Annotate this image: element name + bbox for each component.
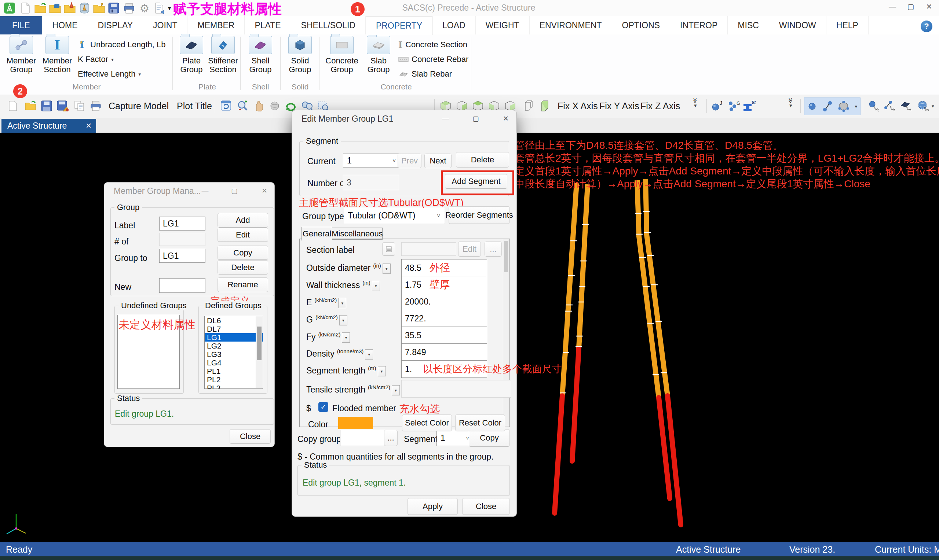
plate-group-button[interactable]: Plate Group <box>176 36 207 83</box>
save-as-button[interactable] <box>55 98 71 114</box>
ribbon-tab[interactable]: DISPLAY <box>88 16 143 34</box>
defined-group-item[interactable]: LG2 <box>205 342 263 350</box>
view-solid-button[interactable] <box>537 98 552 114</box>
new-field[interactable] <box>159 278 205 293</box>
manager-close-icon[interactable]: ✕ <box>258 185 271 196</box>
defined-group-item[interactable]: LG3 <box>205 350 263 358</box>
ribbon-tab[interactable]: ENVIRONMENT <box>530 16 612 34</box>
ribbon-tab[interactable]: FILE <box>0 16 43 34</box>
flooded-member-checkbox[interactable]: ✓ <box>318 402 328 412</box>
undefined-groups-list[interactable]: 未定义材料属性 <box>117 315 180 389</box>
tab-close-icon[interactable]: ✕ <box>85 121 92 130</box>
section-label-toggle-button[interactable]: S1 <box>742 98 757 114</box>
group-label-toggle-button[interactable]: G <box>726 98 742 114</box>
effective-length-button[interactable]: Effective Length▾ <box>78 68 141 80</box>
reset-color-button[interactable]: Reset Color <box>455 414 505 431</box>
ribbon-tab[interactable]: INTEROP <box>670 16 728 34</box>
unbraced-length-button[interactable]: I Unbraced Length, Lb <box>78 39 166 51</box>
add-segment-button[interactable]: Add Segment <box>445 174 507 189</box>
ribbon-tab[interactable]: LOAD <box>432 16 476 34</box>
open-button[interactable] <box>23 98 38 114</box>
delete-segment-button[interactable]: Delete <box>456 152 509 168</box>
concrete-rebar-button[interactable]: Concrete Rebar <box>398 54 469 65</box>
editor-close-button[interactable]: Close <box>462 498 510 515</box>
orbit-button[interactable] <box>267 98 282 114</box>
pick-joint-button[interactable] <box>866 98 881 114</box>
fix-z-axis-button[interactable]: Fix Z Axis <box>640 98 680 114</box>
color-swatch[interactable] <box>338 417 373 429</box>
defined-group-item[interactable]: DL7 <box>205 325 263 333</box>
ribbon-tab[interactable]: JOINT <box>143 16 187 34</box>
segment-length-field[interactable]: 1. 以长度区分标红处多个截面尺寸 <box>401 360 487 378</box>
copy-group-field[interactable] <box>340 430 389 446</box>
ribbon-tab[interactable]: OPTIONS <box>612 16 671 34</box>
density-field[interactable]: 7.849 <box>401 343 487 361</box>
ribbon-tab[interactable]: HELP <box>826 16 868 34</box>
open-file-icon[interactable] <box>34 2 47 15</box>
open-model-icon[interactable] <box>48 2 62 15</box>
selection-mode-dropdown-icon[interactable]: ▾ <box>855 104 857 109</box>
new-model-button[interactable] <box>5 98 20 114</box>
rename-button[interactable]: Rename <box>217 277 268 292</box>
section-edit-button[interactable]: Edit <box>458 242 481 257</box>
edit-close-icon[interactable]: ✕ <box>500 113 512 123</box>
reorder-segments-button[interactable]: Reorder Segments <box>449 206 510 224</box>
k-factor-button[interactable]: K Factor▾ <box>78 54 114 65</box>
section-label-field[interactable] <box>401 242 456 256</box>
member-group-button[interactable]: Member Group <box>4 36 39 83</box>
joint-label-toggle-button[interactable]: J <box>710 98 726 114</box>
ribbon-tab[interactable]: WINDOW <box>769 16 826 34</box>
export-report-icon[interactable] <box>153 2 166 15</box>
save-icon[interactable] <box>107 2 120 15</box>
label-field[interactable]: LG1 <box>159 217 205 231</box>
ribbon-tab[interactable]: WEIGHT <box>476 16 530 34</box>
new-file-icon[interactable] <box>19 2 32 15</box>
wt-unit-dropdown-icon[interactable]: ▾ <box>372 281 380 291</box>
pick-dropdown-icon[interactable]: ▾ <box>932 98 934 114</box>
labels-overflow-icon[interactable]: ≫▾ <box>788 98 794 114</box>
stiffener-section-button[interactable]: Stiffener Section <box>208 36 238 83</box>
ribbon-tab[interactable]: HOME <box>43 16 88 34</box>
plot-title-button[interactable]: Plot Title <box>177 98 212 114</box>
ribbon-tab[interactable]: PROPERTY <box>366 16 432 35</box>
apply-button[interactable]: Apply <box>407 498 458 515</box>
delete-group-button[interactable]: Delete <box>217 260 268 274</box>
zoom-in-button[interactable] <box>235 98 250 114</box>
concrete-group-button[interactable]: Concrete Group <box>323 36 361 83</box>
ribbon-tab[interactable]: MEMBER <box>187 16 245 34</box>
section-more-button[interactable]: ... <box>484 242 502 257</box>
add-button[interactable]: Add <box>217 213 268 228</box>
window-minimize-icon[interactable]: — <box>885 1 900 12</box>
next-button[interactable]: Next <box>424 154 452 168</box>
member-section-button[interactable]: I Member Section <box>40 36 75 83</box>
defined-group-item[interactable]: LG4 <box>205 358 263 367</box>
save-button[interactable] <box>39 98 54 114</box>
g-field[interactable]: 7722. <box>401 310 487 327</box>
edit-maximize-icon[interactable]: ▢ <box>470 113 482 123</box>
help-icon[interactable]: ? <box>920 20 933 32</box>
window-close-icon[interactable]: ✕ <box>921 1 937 12</box>
od-unit-dropdown-icon[interactable]: ▾ <box>382 263 391 274</box>
capture-model-button[interactable]: Capture Model <box>109 98 169 114</box>
pan-button[interactable] <box>251 98 266 114</box>
defined-groups-list[interactable]: DL6DL7LG1LG2LG3LG4PL1PL2PL3 <box>204 316 263 389</box>
defined-group-item[interactable]: LG1 <box>205 333 263 342</box>
copy-segment-combo[interactable]: 1 ˅ <box>436 430 473 446</box>
redraw-button[interactable] <box>219 98 234 114</box>
tensile-unit-dropdown-icon[interactable]: ▾ <box>392 385 400 395</box>
defined-group-item[interactable]: PL1 <box>205 367 263 375</box>
wt-field[interactable]: 1.75 壁厚 <box>401 276 487 294</box>
pick-any-button[interactable] <box>916 98 931 114</box>
import-folder-icon[interactable] <box>93 2 106 15</box>
group-type-combo[interactable]: Tubular (OD&WT) ˅ <box>344 208 444 223</box>
slab-group-button[interactable]: Slab Group <box>362 36 395 83</box>
copy-button[interactable] <box>72 98 87 114</box>
edit-button[interactable]: Edit <box>217 228 268 242</box>
od-field[interactable]: 48.5 外径 <box>401 259 487 277</box>
ribbon-tab[interactable]: MISC <box>728 16 769 34</box>
window-maximize-icon[interactable]: ▢ <box>903 1 919 12</box>
ribbon-tab[interactable]: PLATE <box>245 16 291 34</box>
fy-unit-dropdown-icon[interactable]: ▾ <box>342 332 350 343</box>
print-model-button[interactable] <box>88 98 103 114</box>
seglen-unit-dropdown-icon[interactable]: ▾ <box>378 366 386 376</box>
